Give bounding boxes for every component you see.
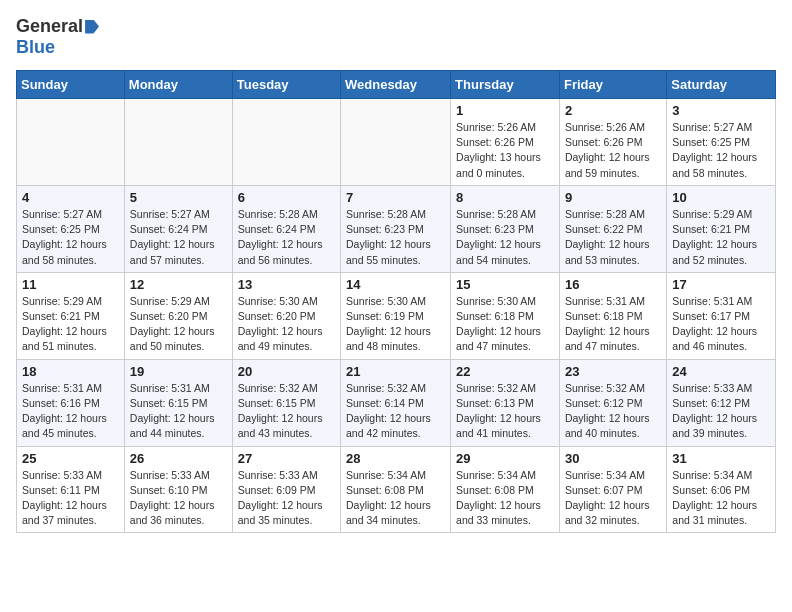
day-info: Sunrise: 5:29 AM Sunset: 6:21 PM Dayligh… xyxy=(22,294,119,355)
logo-icon xyxy=(85,20,99,34)
day-number: 6 xyxy=(238,190,335,205)
day-number: 7 xyxy=(346,190,445,205)
day-number: 31 xyxy=(672,451,770,466)
calendar-day-9: 9Sunrise: 5:28 AM Sunset: 6:22 PM Daylig… xyxy=(559,185,666,272)
day-info: Sunrise: 5:28 AM Sunset: 6:24 PM Dayligh… xyxy=(238,207,335,268)
calendar-day-21: 21Sunrise: 5:32 AM Sunset: 6:14 PM Dayli… xyxy=(341,359,451,446)
calendar-day-2: 2Sunrise: 5:26 AM Sunset: 6:26 PM Daylig… xyxy=(559,99,666,186)
calendar-day-8: 8Sunrise: 5:28 AM Sunset: 6:23 PM Daylig… xyxy=(451,185,560,272)
calendar-day-4: 4Sunrise: 5:27 AM Sunset: 6:25 PM Daylig… xyxy=(17,185,125,272)
weekday-header-wednesday: Wednesday xyxy=(341,71,451,99)
logo: General Blue xyxy=(16,16,99,58)
day-info: Sunrise: 5:27 AM Sunset: 6:25 PM Dayligh… xyxy=(22,207,119,268)
calendar-day-11: 11Sunrise: 5:29 AM Sunset: 6:21 PM Dayli… xyxy=(17,272,125,359)
day-number: 9 xyxy=(565,190,661,205)
calendar-day-1: 1Sunrise: 5:26 AM Sunset: 6:26 PM Daylig… xyxy=(451,99,560,186)
day-info: Sunrise: 5:31 AM Sunset: 6:16 PM Dayligh… xyxy=(22,381,119,442)
day-info: Sunrise: 5:28 AM Sunset: 6:23 PM Dayligh… xyxy=(456,207,554,268)
day-info: Sunrise: 5:27 AM Sunset: 6:24 PM Dayligh… xyxy=(130,207,227,268)
day-info: Sunrise: 5:30 AM Sunset: 6:19 PM Dayligh… xyxy=(346,294,445,355)
day-number: 12 xyxy=(130,277,227,292)
calendar-day-12: 12Sunrise: 5:29 AM Sunset: 6:20 PM Dayli… xyxy=(124,272,232,359)
day-number: 10 xyxy=(672,190,770,205)
calendar-day-16: 16Sunrise: 5:31 AM Sunset: 6:18 PM Dayli… xyxy=(559,272,666,359)
day-info: Sunrise: 5:31 AM Sunset: 6:18 PM Dayligh… xyxy=(565,294,661,355)
day-info: Sunrise: 5:26 AM Sunset: 6:26 PM Dayligh… xyxy=(565,120,661,181)
calendar-day-26: 26Sunrise: 5:33 AM Sunset: 6:10 PM Dayli… xyxy=(124,446,232,533)
day-number: 23 xyxy=(565,364,661,379)
day-number: 24 xyxy=(672,364,770,379)
day-number: 8 xyxy=(456,190,554,205)
calendar-day-29: 29Sunrise: 5:34 AM Sunset: 6:08 PM Dayli… xyxy=(451,446,560,533)
day-number: 14 xyxy=(346,277,445,292)
calendar-day-19: 19Sunrise: 5:31 AM Sunset: 6:15 PM Dayli… xyxy=(124,359,232,446)
day-info: Sunrise: 5:26 AM Sunset: 6:26 PM Dayligh… xyxy=(456,120,554,181)
day-number: 20 xyxy=(238,364,335,379)
weekday-header-monday: Monday xyxy=(124,71,232,99)
calendar-day-23: 23Sunrise: 5:32 AM Sunset: 6:12 PM Dayli… xyxy=(559,359,666,446)
calendar-week-row: 18Sunrise: 5:31 AM Sunset: 6:16 PM Dayli… xyxy=(17,359,776,446)
calendar-day-5: 5Sunrise: 5:27 AM Sunset: 6:24 PM Daylig… xyxy=(124,185,232,272)
day-number: 19 xyxy=(130,364,227,379)
day-info: Sunrise: 5:32 AM Sunset: 6:13 PM Dayligh… xyxy=(456,381,554,442)
calendar-day-24: 24Sunrise: 5:33 AM Sunset: 6:12 PM Dayli… xyxy=(667,359,776,446)
weekday-header-thursday: Thursday xyxy=(451,71,560,99)
day-info: Sunrise: 5:34 AM Sunset: 6:08 PM Dayligh… xyxy=(456,468,554,529)
day-info: Sunrise: 5:32 AM Sunset: 6:14 PM Dayligh… xyxy=(346,381,445,442)
calendar-week-row: 25Sunrise: 5:33 AM Sunset: 6:11 PM Dayli… xyxy=(17,446,776,533)
calendar-day-28: 28Sunrise: 5:34 AM Sunset: 6:08 PM Dayli… xyxy=(341,446,451,533)
calendar-day-31: 31Sunrise: 5:34 AM Sunset: 6:06 PM Dayli… xyxy=(667,446,776,533)
day-info: Sunrise: 5:33 AM Sunset: 6:11 PM Dayligh… xyxy=(22,468,119,529)
page-header: General Blue xyxy=(16,16,776,58)
calendar-day-6: 6Sunrise: 5:28 AM Sunset: 6:24 PM Daylig… xyxy=(232,185,340,272)
calendar-week-row: 1Sunrise: 5:26 AM Sunset: 6:26 PM Daylig… xyxy=(17,99,776,186)
calendar-empty-cell xyxy=(124,99,232,186)
day-number: 28 xyxy=(346,451,445,466)
calendar-empty-cell xyxy=(17,99,125,186)
day-info: Sunrise: 5:31 AM Sunset: 6:17 PM Dayligh… xyxy=(672,294,770,355)
day-info: Sunrise: 5:28 AM Sunset: 6:23 PM Dayligh… xyxy=(346,207,445,268)
calendar-day-7: 7Sunrise: 5:28 AM Sunset: 6:23 PM Daylig… xyxy=(341,185,451,272)
day-info: Sunrise: 5:34 AM Sunset: 6:06 PM Dayligh… xyxy=(672,468,770,529)
day-info: Sunrise: 5:34 AM Sunset: 6:08 PM Dayligh… xyxy=(346,468,445,529)
day-info: Sunrise: 5:32 AM Sunset: 6:12 PM Dayligh… xyxy=(565,381,661,442)
calendar-week-row: 4Sunrise: 5:27 AM Sunset: 6:25 PM Daylig… xyxy=(17,185,776,272)
calendar-table: SundayMondayTuesdayWednesdayThursdayFrid… xyxy=(16,70,776,533)
calendar-day-18: 18Sunrise: 5:31 AM Sunset: 6:16 PM Dayli… xyxy=(17,359,125,446)
day-number: 2 xyxy=(565,103,661,118)
day-number: 27 xyxy=(238,451,335,466)
day-info: Sunrise: 5:30 AM Sunset: 6:20 PM Dayligh… xyxy=(238,294,335,355)
day-number: 16 xyxy=(565,277,661,292)
day-info: Sunrise: 5:31 AM Sunset: 6:15 PM Dayligh… xyxy=(130,381,227,442)
calendar-day-22: 22Sunrise: 5:32 AM Sunset: 6:13 PM Dayli… xyxy=(451,359,560,446)
calendar-day-17: 17Sunrise: 5:31 AM Sunset: 6:17 PM Dayli… xyxy=(667,272,776,359)
day-info: Sunrise: 5:29 AM Sunset: 6:20 PM Dayligh… xyxy=(130,294,227,355)
day-number: 30 xyxy=(565,451,661,466)
weekday-header-saturday: Saturday xyxy=(667,71,776,99)
day-number: 15 xyxy=(456,277,554,292)
day-number: 22 xyxy=(456,364,554,379)
day-number: 17 xyxy=(672,277,770,292)
weekday-header-friday: Friday xyxy=(559,71,666,99)
calendar-empty-cell xyxy=(232,99,340,186)
day-number: 13 xyxy=(238,277,335,292)
calendar-day-10: 10Sunrise: 5:29 AM Sunset: 6:21 PM Dayli… xyxy=(667,185,776,272)
day-info: Sunrise: 5:34 AM Sunset: 6:07 PM Dayligh… xyxy=(565,468,661,529)
calendar-day-14: 14Sunrise: 5:30 AM Sunset: 6:19 PM Dayli… xyxy=(341,272,451,359)
logo-general-text: General xyxy=(16,16,83,37)
day-number: 1 xyxy=(456,103,554,118)
day-info: Sunrise: 5:33 AM Sunset: 6:09 PM Dayligh… xyxy=(238,468,335,529)
calendar-day-20: 20Sunrise: 5:32 AM Sunset: 6:15 PM Dayli… xyxy=(232,359,340,446)
calendar-day-25: 25Sunrise: 5:33 AM Sunset: 6:11 PM Dayli… xyxy=(17,446,125,533)
day-info: Sunrise: 5:32 AM Sunset: 6:15 PM Dayligh… xyxy=(238,381,335,442)
day-number: 3 xyxy=(672,103,770,118)
day-info: Sunrise: 5:30 AM Sunset: 6:18 PM Dayligh… xyxy=(456,294,554,355)
day-info: Sunrise: 5:28 AM Sunset: 6:22 PM Dayligh… xyxy=(565,207,661,268)
calendar-day-30: 30Sunrise: 5:34 AM Sunset: 6:07 PM Dayli… xyxy=(559,446,666,533)
day-number: 21 xyxy=(346,364,445,379)
day-number: 4 xyxy=(22,190,119,205)
day-number: 29 xyxy=(456,451,554,466)
day-number: 26 xyxy=(130,451,227,466)
logo-blue-text: Blue xyxy=(16,37,55,58)
day-info: Sunrise: 5:29 AM Sunset: 6:21 PM Dayligh… xyxy=(672,207,770,268)
